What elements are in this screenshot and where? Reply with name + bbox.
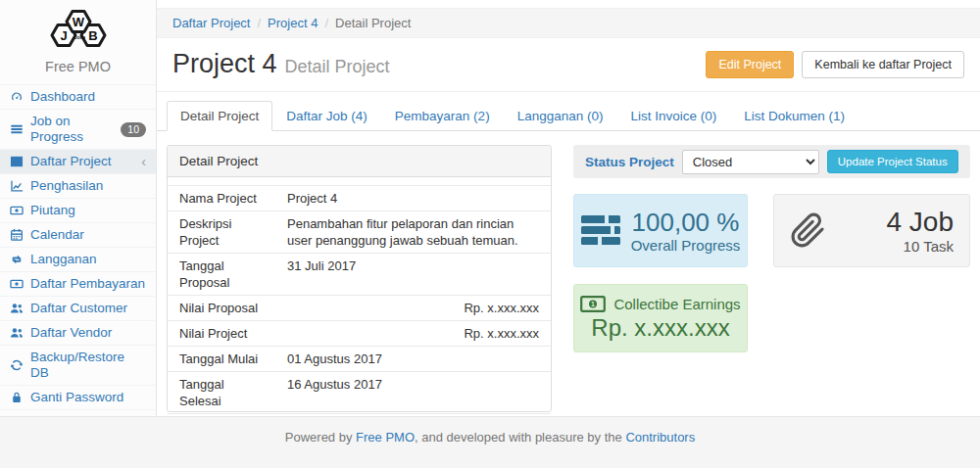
page-title: Project 4Detail Project: [172, 49, 390, 79]
count-badge: 10: [121, 122, 146, 137]
detail-row-nama-project: Nama ProjectProject 4: [168, 186, 551, 211]
page-subtitle: Detail Project: [285, 57, 390, 76]
detail-row-deskripsi-project: Deskripsi ProjectPenambahan fitur pelapo…: [168, 211, 551, 254]
chevron-left-icon: ‹: [141, 156, 146, 167]
sidebar-item-label: Penghasilan: [30, 178, 103, 194]
sidebar-item-label: Daftar Project: [30, 154, 112, 169]
sidebar-item-piutang[interactable]: Piutang: [0, 198, 156, 222]
detail-table-body: Nama ProjectProject 4Deskripsi ProjectPe…: [168, 186, 551, 417]
overall-progress-caption: Overall Progress: [631, 237, 741, 254]
detail-label: Tanggal Selesai: [168, 372, 275, 414]
task-count: 10 Task: [887, 238, 955, 255]
sidebar-item-dashboard[interactable]: Dashboard: [0, 84, 156, 109]
sidebar-item-label: Backup/Restore DB: [30, 350, 146, 381]
app: J B W .com Free PMO DashboardJob on Prog…: [0, 0, 980, 416]
tab-langganan-0[interactable]: Langganan (0): [504, 101, 617, 131]
detail-row-tanggal-mulai: Tanggal Mulai01 Agustus 2017: [168, 347, 551, 372]
detail-value: Rp. x.xxx.xxx: [275, 321, 551, 347]
overall-progress-value: 100,00 %: [631, 209, 741, 236]
overall-progress-text: 100,00 % Overall Progress: [631, 209, 741, 254]
list-icon: [10, 122, 24, 136]
edit-project-button[interactable]: Edit Project: [706, 51, 794, 78]
sidebar-item-daftar-customer[interactable]: Daftar Customer: [0, 296, 156, 320]
status-project-label: Status Project: [585, 155, 674, 169]
status-project-select[interactable]: Closed: [682, 150, 819, 174]
svg-text:W: W: [72, 15, 84, 29]
right-column: Status Project Closed Update Project Sta…: [573, 145, 970, 412]
brand-logo[interactable]: J B W .com Free PMO: [0, 0, 156, 74]
paperclip-icon: [790, 212, 826, 249]
collectible-earnings-title: Collectibe Earnings: [613, 296, 740, 312]
content-row: Detail Project Nama ProjectProject 4Desk…: [157, 131, 980, 412]
footer-text-middle: , and developed with pleasure by the: [415, 430, 625, 445]
back-to-project-list-button[interactable]: Kembali ke daftar Project: [802, 51, 964, 78]
tab-list-dokumen-1[interactable]: List Dokumen (1): [730, 101, 858, 131]
detail-label: Tanggal Mulai: [168, 347, 275, 372]
users-icon: [10, 326, 24, 340]
main-content: Daftar Project/Project 4/Detail Project …: [157, 0, 980, 416]
breadcrumb-separator: /: [250, 16, 268, 30]
sidebar-item-label: Piutang: [30, 203, 75, 218]
collectible-earnings-box: 1 Collectibe Earnings Rp. x.xxx.xxx: [573, 284, 748, 352]
sidebar-item-daftar-pembayaran[interactable]: Daftar Pembayaran: [0, 271, 156, 296]
footer-contributors-link[interactable]: Contributors: [625, 430, 695, 445]
sidebar-item-label: Dashboard: [30, 89, 95, 105]
detail-value: Rp. x.xxx.xxx: [275, 296, 551, 321]
users-icon: [10, 302, 24, 315]
breadcrumb-item-project-4[interactable]: Project 4: [268, 16, 318, 30]
page-header: Project 4Detail Project Edit Project Kem…: [157, 38, 980, 92]
detail-project-panel: Detail Project Nama ProjectProject 4Desk…: [167, 145, 552, 412]
footer-free-pmo-link[interactable]: Free PMO: [356, 430, 415, 445]
status-project-bar: Status Project Closed Update Project Sta…: [573, 145, 970, 178]
jwb-hexagon-logo-icon: J B W .com: [33, 8, 123, 53]
tab-detail-project[interactable]: Detail Project: [167, 101, 272, 131]
job-task-box: 4 Job 10 Task: [773, 194, 970, 267]
sidebar: J B W .com Free PMO DashboardJob on Prog…: [0, 0, 157, 416]
sidebar-item-backup-restore-db[interactable]: Backup/Restore DB: [0, 345, 156, 385]
sidebar-item-label: Calendar: [30, 227, 84, 243]
tasks-icon: [581, 214, 620, 247]
chart-line-icon: [10, 179, 24, 193]
detail-table: Nama ProjectProject 4Deskripsi ProjectPe…: [168, 185, 551, 416]
sidebar-item-daftar-vendor[interactable]: Daftar Vendor: [0, 320, 156, 345]
detail-label: Nilai Project: [168, 321, 275, 347]
update-project-status-button[interactable]: Update Project Status: [827, 150, 958, 173]
sidebar-item-daftar-project[interactable]: Daftar Project‹: [0, 149, 156, 173]
sidebar-item-calendar[interactable]: Calendar: [0, 222, 156, 247]
job-task-text: 4 Job 10 Task: [887, 208, 955, 255]
table-icon: [10, 155, 24, 168]
page-title-text: Project 4: [172, 49, 277, 78]
sidebar-item-ganti-password[interactable]: Ganti Password: [0, 385, 156, 409]
sidebar-item-label: Langganan: [30, 252, 97, 267]
money-icon: [10, 204, 24, 217]
breadcrumb-separator: /: [318, 16, 335, 30]
sidebar-item-label: Ganti Password: [30, 390, 123, 405]
tab-pembayaran-2[interactable]: Pembayaran (2): [381, 101, 504, 131]
sidebar-item-penghasilan[interactable]: Penghasilan: [0, 173, 156, 198]
breadcrumb-item-daftar-project[interactable]: Daftar Project: [172, 16, 250, 30]
detail-label: Nama Project: [168, 186, 275, 211]
detail-label: Nilai Proposal: [168, 296, 275, 321]
detail-value: Project 4: [275, 186, 551, 211]
sidebar-item-label: Job on Progress: [30, 114, 114, 145]
stats-row: 100,00 % Overall Progress 4 Job 10 T: [573, 194, 970, 267]
svg-text:J: J: [60, 28, 67, 43]
collectible-earnings-value: Rp. x.xxx.xxx: [591, 314, 729, 342]
sidebar-item-job-on-progress[interactable]: Job on Progress10: [0, 109, 156, 149]
breadcrumb-item-detail-project: Detail Project: [335, 16, 411, 30]
tab-bar: Detail ProjectDaftar Job (4)Pembayaran (…: [157, 101, 980, 131]
breadcrumb: Daftar Project/Project 4/Detail Project: [157, 8, 980, 38]
detail-label: Tanggal Proposal: [168, 254, 275, 296]
detail-label: Deskripsi Project: [168, 211, 275, 254]
brand-name: Free PMO: [0, 59, 156, 74]
sidebar-item-label: Daftar Pembayaran: [30, 276, 145, 292]
sidebar-item-langganan[interactable]: Langganan: [0, 247, 156, 271]
sidebar-item-label: Daftar Vendor: [30, 325, 112, 341]
calendar-icon: [10, 228, 24, 242]
retweet-icon: [10, 253, 24, 266]
detail-value: 31 Juli 2017: [275, 254, 551, 296]
tab-list-invoice-0[interactable]: List Invoice (0): [616, 101, 730, 131]
detail-value: 16 Agustus 2017: [275, 372, 551, 414]
detail-value: 01 Agustus 2017: [275, 347, 551, 372]
tab-daftar-job-4[interactable]: Daftar Job (4): [272, 101, 381, 131]
